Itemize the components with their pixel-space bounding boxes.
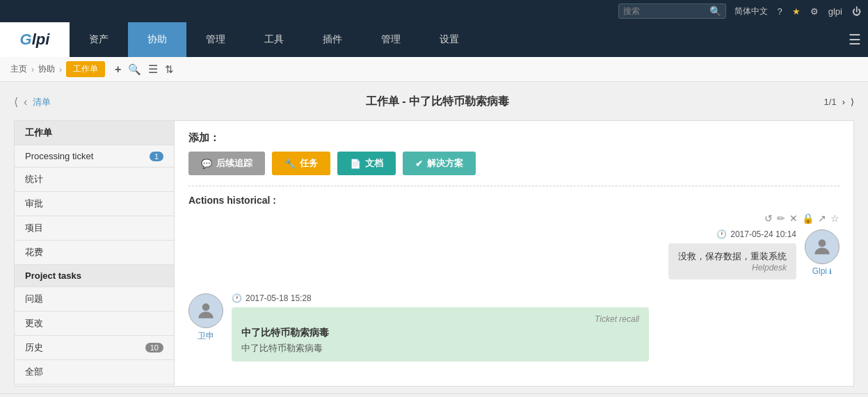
ticket-message-type: Ticket recall — [241, 314, 639, 324]
history-refresh-icon[interactable]: ↺ — [764, 213, 773, 224]
info-icon[interactable]: ℹ — [829, 268, 832, 275]
help-icon[interactable]: ? — [778, 6, 782, 17]
main-nav: 资产 协助 管理 工具 插件 管理 设置 ☰ — [70, 22, 868, 57]
sort-icon[interactable]: ⇅ — [165, 63, 174, 76]
divider — [188, 186, 839, 186]
search-box[interactable]: 🔍 — [618, 3, 726, 19]
next-page-icon[interactable]: › — [842, 97, 845, 107]
actions-historical-title: Actions historical : — [188, 195, 839, 206]
add-ticket-icon[interactable]: + — [115, 63, 121, 76]
person-icon — [811, 236, 833, 258]
person-icon2 — [195, 300, 217, 322]
logo-lpi: lpi — [32, 31, 50, 48]
sidebar-item-processing[interactable]: Processing ticket 1 — [15, 145, 174, 168]
hamburger-icon[interactable]: ☰ — [849, 31, 861, 48]
page-count: 1/1 — [824, 97, 837, 107]
ticket-avatar-area: 卫申 — [188, 293, 223, 342]
sidebar-item-project[interactable]: 项目 — [15, 216, 174, 241]
list-link[interactable]: 清单 — [33, 96, 51, 108]
ticket-message-body: 中了比特币勒索病毒 — [241, 342, 639, 355]
history-close-icon[interactable]: ✕ — [789, 213, 798, 224]
ticket-main: 工作单 Processing ticket 1 统计 审批 项目 花费 Proj… — [14, 120, 854, 387]
ticket-message-time: 🕐 2017-05-18 15:28 — [232, 293, 839, 303]
sidebar-item-history[interactable]: 历史 10 — [15, 336, 174, 360]
document-icon: 📄 — [350, 159, 361, 169]
nav-manage2[interactable]: 管理 — [362, 22, 420, 57]
helpdesk-avatar-area: Glpi ℹ — [805, 229, 839, 276]
action-buttons: 💬 后续追踪 🔧 任务 📄 文档 ✔ 解决方案 — [188, 152, 839, 175]
sidebar-processing-badge: 1 — [150, 152, 163, 161]
ticket-avatar — [188, 293, 223, 328]
add-section: 添加： 💬 后续追踪 🔧 任务 📄 文档 ✔ — [188, 131, 839, 175]
breadcrumb-sep1: › — [31, 65, 34, 74]
followup-icon: 💬 — [201, 159, 212, 169]
sidebar-processing-label: Processing ticket — [25, 151, 93, 161]
header-row: Glpi 资产 协助 管理 工具 插件 管理 设置 ☰ — [0, 22, 868, 57]
sidebar-item-approve[interactable]: 审批 — [15, 192, 174, 216]
nav-assets[interactable]: 资产 — [70, 22, 128, 57]
svg-point-0 — [819, 239, 826, 247]
history-edit-icon[interactable]: ✏ — [777, 213, 785, 224]
nav-right-group: 1/1 › ⟩ — [824, 97, 854, 107]
ticket-content: 添加： 💬 后续追踪 🔧 任务 📄 文档 ✔ — [175, 121, 853, 386]
footer: ◎ 亿速云 — [0, 394, 868, 397]
sidebar-item-stats[interactable]: 统计 — [15, 168, 174, 192]
sidebar-history-badge: 10 — [145, 343, 163, 353]
sidebar-item-ticket-header: 工作单 — [15, 121, 174, 145]
list-view-icon[interactable]: ☰ — [148, 63, 158, 76]
search-icon[interactable]: 🔍 — [709, 6, 721, 17]
first-page-icon[interactable]: ⟨ — [14, 95, 18, 108]
search-input[interactable] — [623, 6, 707, 16]
helpdesk-message-bubble: 没救，保存数据，重装系统 Helpdesk — [668, 243, 796, 279]
nav-plugins[interactable]: 插件 — [303, 22, 362, 57]
history-share-icon[interactable]: ↗ — [818, 213, 826, 224]
breadcrumb-bar: 主页 › 协助 › 工作单 + 🔍 ☰ ⇅ — [0, 57, 868, 82]
helpdesk-message-meta: 🕐 2017-05-24 10:14 没救，保存数据，重装系统 Helpdesk — [668, 229, 796, 279]
breadcrumb-help[interactable]: 协助 — [38, 63, 55, 75]
message-ticket: 卫申 🕐 2017-05-18 15:28 Ticket recall 中了比特… — [188, 293, 839, 362]
helpdesk-author-name[interactable]: Glpi ℹ — [805, 266, 839, 276]
sidebar-history-label: 历史 — [25, 341, 43, 354]
gear-icon[interactable]: ⚙ — [810, 6, 819, 17]
top-bar: 🔍 简体中文 ? ★ ⚙ glpi ⏻ — [0, 0, 868, 22]
svg-point-1 — [202, 303, 210, 311]
ticket-author-name[interactable]: 卫申 — [188, 330, 223, 342]
logo: Glpi — [20, 31, 50, 49]
breadcrumb-tickets[interactable]: 工作单 — [66, 61, 105, 77]
sidebar-item-all[interactable]: 全部 — [15, 360, 174, 384]
nav-manage1[interactable]: 管理 — [186, 22, 245, 57]
ticket-time-value: 2017-05-18 15:28 — [246, 293, 312, 303]
ticket-nav: ⟨ ‹ 清单 工作单 - 中了比特币勒索病毒 1/1 › ⟩ — [14, 89, 854, 115]
document-label: 文档 — [365, 157, 383, 170]
user-label[interactable]: glpi — [828, 6, 842, 17]
task-label: 任务 — [300, 157, 318, 170]
helpdesk-time-value: 2017-05-24 10:14 — [730, 229, 796, 239]
language-selector[interactable]: 简体中文 — [734, 6, 768, 17]
breadcrumb-actions: + 🔍 ☰ ⇅ — [115, 63, 174, 76]
sidebar-item-project-tasks-header: Project tasks — [15, 265, 174, 287]
followup-label: 后续追踪 — [216, 157, 252, 170]
logo-area: Glpi — [0, 22, 70, 57]
ticket-message-title: 中了比特币勒索病毒 — [241, 327, 639, 339]
document-button[interactable]: 📄 文档 — [337, 152, 396, 175]
last-page-icon[interactable]: ⟩ — [851, 97, 854, 107]
top-icons: 简体中文 ? ★ ⚙ glpi ⏻ — [734, 6, 861, 17]
search-tickets-icon[interactable]: 🔍 — [128, 63, 141, 76]
power-icon[interactable]: ⏻ — [852, 6, 861, 17]
ticket-message-content: 🕐 2017-05-18 15:28 Ticket recall 中了比特币勒索… — [232, 293, 839, 362]
sidebar-item-issue[interactable]: 问题 — [15, 287, 174, 311]
prev-page-icon[interactable]: ‹ — [24, 96, 27, 108]
nav-settings[interactable]: 设置 — [420, 22, 479, 57]
solution-button[interactable]: ✔ 解决方案 — [403, 152, 476, 175]
solution-icon: ✔ — [415, 159, 423, 169]
task-button[interactable]: 🔧 任务 — [272, 152, 330, 175]
nav-tools[interactable]: 工具 — [245, 22, 303, 57]
followup-button[interactable]: 💬 后续追踪 — [188, 152, 265, 175]
nav-help[interactable]: 协助 — [128, 22, 186, 57]
history-star-icon[interactable]: ☆ — [830, 213, 839, 224]
star-icon[interactable]: ★ — [792, 6, 801, 17]
sidebar-item-cost[interactable]: 花费 — [15, 241, 174, 265]
history-lock-icon[interactable]: 🔒 — [802, 213, 814, 224]
breadcrumb-home[interactable]: 主页 — [10, 63, 27, 75]
sidebar-item-change[interactable]: 更改 — [15, 311, 174, 336]
